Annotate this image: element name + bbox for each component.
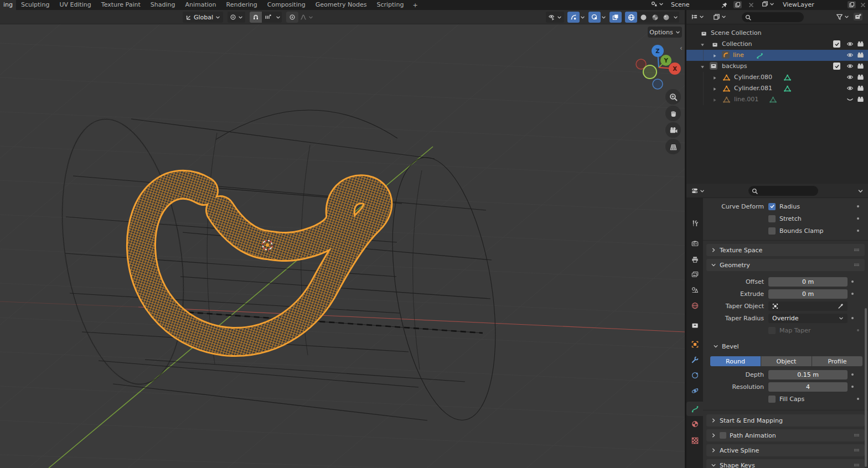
outliner-item-label[interactable]: Scene Collection <box>711 29 761 37</box>
zoom-button[interactable] <box>665 89 681 105</box>
eyedropper-icon[interactable] <box>838 303 844 309</box>
disable-render-toggle[interactable] <box>857 63 864 70</box>
outliner-row-cylinder-081[interactable]: Cylinder.081 <box>686 83 868 94</box>
add-workspace-button[interactable]: + <box>409 2 421 9</box>
fill-caps-checkbox[interactable] <box>768 396 776 403</box>
outliner-row-backups[interactable]: backups <box>686 61 868 72</box>
shading-dropdown[interactable] <box>671 12 679 23</box>
scene-name[interactable]: Scene <box>669 1 692 8</box>
pin-icon[interactable] <box>721 2 728 8</box>
panel-geometry[interactable]: Geometry <box>706 259 865 271</box>
outliner-row-line-001[interactable]: line.001 <box>686 94 868 105</box>
disable-render-toggle[interactable] <box>857 40 864 48</box>
workspace-tab-texture-paint[interactable]: Texture Paint <box>96 0 146 10</box>
disable-render-toggle[interactable] <box>857 51 864 59</box>
collection-checkbox[interactable] <box>833 40 840 48</box>
outliner-filter-dropdown[interactable] <box>836 13 849 20</box>
bevel-mode-object[interactable]: Object <box>761 356 812 366</box>
workspace-tab-shading[interactable]: Shading <box>146 0 180 10</box>
drag-dots-icon[interactable] <box>854 462 860 468</box>
offset-field[interactable]: 0 m <box>768 277 848 287</box>
tab-physics[interactable] <box>690 386 699 395</box>
workspace-tab-sculpting[interactable]: Sculpting <box>16 0 54 10</box>
bevel-mode-profile[interactable]: Profile <box>812 356 862 366</box>
disable-render-toggle[interactable] <box>857 74 864 81</box>
animate-dot[interactable] <box>851 386 854 388</box>
disable-render-toggle[interactable] <box>857 96 864 103</box>
shading-rendered-button[interactable] <box>660 12 671 23</box>
depth-field[interactable]: 0.15 m <box>768 370 848 379</box>
chevron-down-icon[interactable] <box>580 15 585 20</box>
stretch-checkbox[interactable] <box>768 215 776 222</box>
tab-particles[interactable] <box>690 371 699 379</box>
tab-output[interactable] <box>690 255 699 264</box>
taper-radius-dropdown[interactable]: Override <box>768 314 848 323</box>
path-animation-checkbox[interactable] <box>720 432 726 439</box>
tab-view-layer[interactable] <box>690 270 699 279</box>
disclosure-closed-icon[interactable] <box>712 86 717 92</box>
tab-world[interactable] <box>690 301 699 310</box>
view-layer-name[interactable]: ViewLayer <box>781 1 817 8</box>
shading-material-button[interactable] <box>649 12 660 23</box>
new-collection-button[interactable] <box>854 13 862 20</box>
disclosure-closed-icon[interactable] <box>712 75 717 81</box>
outliner-item-label[interactable]: line.001 <box>734 96 758 103</box>
transform-orientation-dropdown[interactable]: Global <box>183 12 223 23</box>
object-visibility-dropdown[interactable] <box>546 12 564 23</box>
hide-eye-toggle[interactable] <box>846 74 854 81</box>
delete-view-layer-button[interactable] <box>860 2 866 8</box>
outliner-item-label[interactable]: line <box>733 51 744 59</box>
hide-eye-toggle[interactable] <box>846 40 854 48</box>
show-gizmo-toggle[interactable] <box>567 12 580 23</box>
tab-scene[interactable] <box>690 285 699 294</box>
new-scene-button[interactable] <box>733 1 742 8</box>
disclosure-open-icon[interactable] <box>700 42 705 48</box>
outliner-item-label[interactable]: Cylinder.080 <box>734 74 772 81</box>
animate-dot[interactable] <box>851 280 854 283</box>
animate-dot[interactable] <box>851 317 854 319</box>
navigation-gizmo[interactable]: Z Y X <box>634 43 685 93</box>
outliner-item-label[interactable]: backups <box>722 63 747 70</box>
outliner-row-line[interactable]: line <box>686 50 868 61</box>
animate-dot[interactable] <box>857 398 859 400</box>
workspace-tab-geometry-nodes[interactable]: Geometry Nodes <box>311 0 372 10</box>
pan-button[interactable] <box>665 106 681 121</box>
falloff-curve-icon[interactable] <box>299 14 307 20</box>
outliner-row-cylinder-080[interactable]: Cylinder.080 <box>686 72 868 83</box>
tab-object[interactable] <box>690 340 699 349</box>
drag-dots-icon[interactable] <box>854 262 860 268</box>
hide-eye-toggle[interactable] <box>846 63 854 70</box>
properties-scrollbar[interactable] <box>865 308 867 467</box>
workspace-tab-compositing[interactable]: Compositing <box>262 0 311 10</box>
view-layer-browse-button[interactable] <box>762 1 774 7</box>
shading-solid-button[interactable] <box>637 12 649 23</box>
viewport-canvas[interactable] <box>0 10 685 468</box>
chevron-down-icon[interactable] <box>601 15 606 20</box>
properties-search-input[interactable] <box>748 186 818 196</box>
properties-editor-type-dropdown[interactable] <box>691 187 705 195</box>
shading-wireframe-button[interactable] <box>625 12 637 23</box>
hide-eye-closed-toggle[interactable] <box>846 96 854 103</box>
snap-mode-button[interactable] <box>262 12 274 23</box>
tab-render[interactable] <box>690 239 699 248</box>
subpanel-bevel[interactable]: Bevel <box>703 341 868 352</box>
workspace-tab-animation[interactable]: Animation <box>180 0 221 10</box>
tab-modifiers[interactable] <box>690 355 699 364</box>
drag-dots-icon[interactable] <box>854 247 860 253</box>
options-dropdown[interactable]: Options <box>648 27 682 38</box>
outliner-item-label[interactable]: Cylinder.081 <box>734 85 772 92</box>
disclosure-closed-icon[interactable] <box>712 53 717 59</box>
tab-curve-data[interactable] <box>690 404 699 413</box>
animate-dot[interactable] <box>857 205 859 207</box>
bounds-clamp-checkbox[interactable] <box>768 227 776 235</box>
disclosure-open-icon[interactable] <box>700 64 705 70</box>
hide-eye-toggle[interactable] <box>846 51 854 59</box>
workspace-tab-rendering[interactable]: Rendering <box>221 0 262 10</box>
outliner-row-collection[interactable]: Collection <box>686 39 868 50</box>
animate-dot[interactable] <box>851 373 854 376</box>
snap-dropdown[interactable] <box>274 12 282 23</box>
extrude-field[interactable]: 0 m <box>768 289 848 299</box>
camera-view-button[interactable] <box>665 122 681 138</box>
disable-render-toggle[interactable] <box>857 85 864 92</box>
workspace-tab-uv-editing[interactable]: UV Editing <box>54 0 96 10</box>
